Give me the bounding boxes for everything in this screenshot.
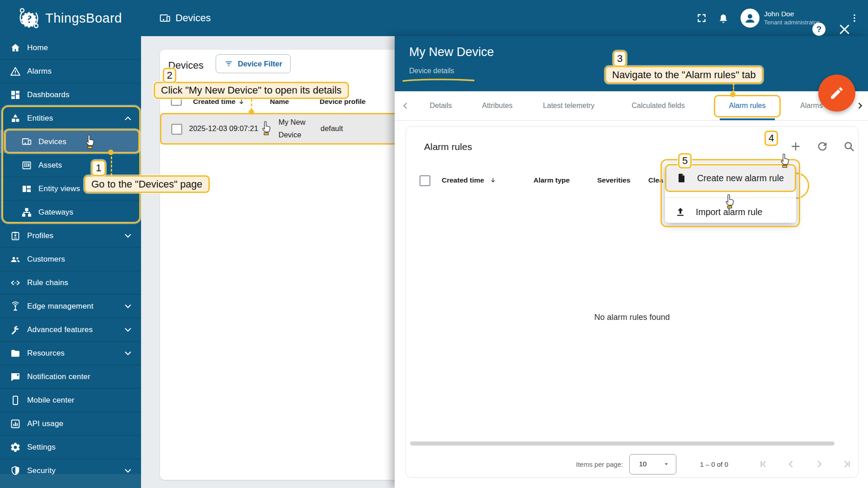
sidebar-item-notification-center[interactable]: Notification center xyxy=(0,365,141,388)
tab-latest-telemetry[interactable]: Latest telemetry xyxy=(543,91,594,120)
add-alarm-rule-button[interactable] xyxy=(789,140,802,153)
notification-icon xyxy=(10,371,21,382)
prev-page-icon[interactable] xyxy=(784,457,798,471)
customers-icon xyxy=(10,254,21,265)
resources-icon xyxy=(10,348,21,359)
sidebar-item-gateways[interactable]: Gateways xyxy=(0,200,141,224)
annotation-connector-3 xyxy=(733,84,734,93)
annotation-badge-3: 3 xyxy=(613,51,627,67)
sidebar-item-advanced-features[interactable]: Advanced features xyxy=(0,318,141,341)
device-filter-button[interactable]: Device Filter xyxy=(216,54,291,73)
sort-desc-icon[interactable] xyxy=(490,177,496,183)
tab-calculated-fields[interactable]: Calculated fields xyxy=(632,91,684,120)
help-icon[interactable]: ? xyxy=(812,23,826,36)
row-checkbox[interactable] xyxy=(171,124,182,135)
add-alarm-rule-menu: Create new alarm rule Import alarm rule xyxy=(665,163,796,223)
chevron-down-icon xyxy=(123,301,133,311)
annotation-badge-4: 4 xyxy=(764,131,778,146)
sidebar-item-dashboards[interactable]: Dashboards xyxy=(0,83,141,106)
devices-list-area: Devices Device Filter Created time Name … xyxy=(141,36,395,488)
sort-desc-icon[interactable] xyxy=(238,98,245,105)
chevron-down-icon xyxy=(123,231,133,241)
edit-fab-button[interactable] xyxy=(818,75,855,112)
tab-attributes[interactable]: Attributes xyxy=(482,91,513,120)
app-header: ThingsBoard Devices xyxy=(0,0,868,36)
sidebar-item-rule-chains[interactable]: Rule chains xyxy=(0,271,141,294)
horizontal-scrollbar[interactable] xyxy=(410,441,835,446)
pencil-icon xyxy=(829,85,844,101)
user-name: John Doe xyxy=(764,9,836,19)
items-per-page-label: Items per page: xyxy=(576,460,623,468)
next-page-icon[interactable] xyxy=(812,457,826,471)
sidebar-item-mobile-center[interactable]: Mobile center xyxy=(0,388,141,412)
entities-icon xyxy=(10,113,21,124)
devices-title-icon xyxy=(159,12,171,24)
edge-icon xyxy=(10,301,21,312)
sidebar-item-profiles[interactable]: Profiles xyxy=(0,224,141,247)
sidebar-item-api-usage[interactable]: API usage xyxy=(0,412,141,435)
annotation-dot-3 xyxy=(730,92,736,97)
device-details-subtitle: Device details xyxy=(409,67,454,75)
user-role: Tenant administrator xyxy=(764,19,836,27)
select-caret-icon xyxy=(663,461,670,467)
page-title: Devices xyxy=(159,0,211,36)
user-avatar[interactable] xyxy=(741,9,760,28)
advanced-icon xyxy=(10,324,21,335)
sidebar-item-settings[interactable]: Settings xyxy=(0,435,141,459)
refresh-icon[interactable] xyxy=(816,140,829,153)
subtitle-underline-sketch xyxy=(402,78,475,83)
entity-views-icon xyxy=(21,183,32,194)
sidebar-scroll-hint xyxy=(0,474,141,488)
tab-details[interactable]: Details xyxy=(430,91,452,120)
first-page-icon[interactable] xyxy=(756,457,770,471)
sidebar-item-customers[interactable]: Customers xyxy=(0,247,141,271)
tabs-scroll-left-icon[interactable] xyxy=(400,100,411,111)
brand-logo[interactable]: ThingsBoard xyxy=(17,6,122,30)
sidebar-item-devices[interactable]: Devices xyxy=(0,130,141,153)
user-info[interactable]: John Doe Tenant administrator xyxy=(764,9,836,27)
sidebar-item-home[interactable]: Home xyxy=(0,36,141,59)
last-page-icon[interactable] xyxy=(840,457,854,471)
notifications-bell-icon[interactable] xyxy=(712,7,734,29)
gateways-icon xyxy=(21,207,32,218)
settings-gear-icon xyxy=(10,442,21,453)
cell-name-line1: My New xyxy=(278,118,306,127)
brand-name: ThingsBoard xyxy=(45,11,122,26)
upload-icon xyxy=(675,206,686,217)
sidebar-item-alarms[interactable]: Alarms xyxy=(0,59,141,83)
page-size-select[interactable]: 10 xyxy=(629,454,676,474)
sidebar-item-resources[interactable]: Resources xyxy=(0,341,141,365)
col-created-time[interactable]: Created time xyxy=(442,176,484,184)
annotation-callout-2: Click "My New Device" to open its detail… xyxy=(154,82,349,99)
alarm-select-all-checkbox[interactable] xyxy=(420,175,430,186)
dashboards-icon xyxy=(10,89,21,100)
annotation-callout-3: Navigate to the "Alarm rules" tab xyxy=(605,66,763,84)
api-usage-icon xyxy=(10,418,21,429)
document-icon xyxy=(676,173,687,183)
close-icon[interactable] xyxy=(838,23,851,36)
cell-created-time: 2025-12-03 09:07:21 xyxy=(189,124,258,133)
col-severities[interactable]: Severities xyxy=(597,176,630,184)
tabs-scroll-right-icon[interactable] xyxy=(854,100,865,111)
details-tabbar: Details Attributes Latest telemetry Calc… xyxy=(395,91,868,121)
mobile-icon xyxy=(10,395,21,406)
annotation-dot-2 xyxy=(249,109,254,115)
annotation-connector-1 xyxy=(111,152,112,176)
col-alarm-type[interactable]: Alarm type xyxy=(533,176,570,184)
annotation-badge-1: 1 xyxy=(91,160,106,176)
page-range-label: 1 – 0 of 0 xyxy=(700,460,728,468)
sidebar-item-entities[interactable]: Entities xyxy=(0,106,141,130)
sidebar-nav: Home Alarms Dashboards Entities xyxy=(0,36,141,488)
fullscreen-icon[interactable] xyxy=(691,7,712,29)
chevron-down-icon xyxy=(123,325,133,335)
menu-item-import-alarm-rule[interactable]: Import alarm rule xyxy=(665,197,796,226)
sidebar-item-edge-management[interactable]: Edge management xyxy=(0,294,141,318)
alarm-triangle-icon xyxy=(10,66,21,77)
col-clear-rule[interactable]: Clea xyxy=(648,176,663,184)
assets-icon xyxy=(21,160,32,171)
profiles-icon xyxy=(10,230,21,241)
sidebar-item-assets[interactable]: Assets xyxy=(0,153,141,177)
search-icon[interactable] xyxy=(843,140,855,153)
empty-state-text: No alarm rules found xyxy=(406,313,858,322)
chevron-up-icon xyxy=(123,113,133,123)
